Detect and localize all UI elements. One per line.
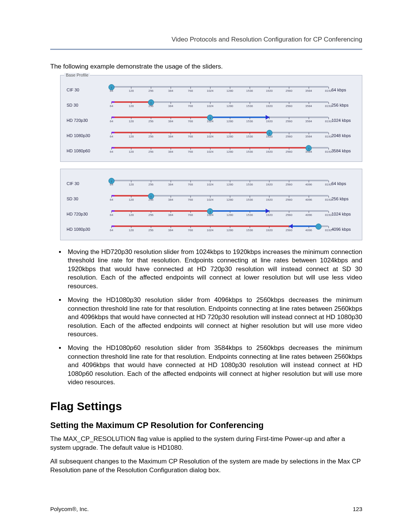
tick-label: 4096 <box>305 213 312 217</box>
tick-label: 1536 <box>246 183 253 186</box>
tick-label: 768 <box>188 120 193 123</box>
tick-label: 1280 <box>226 120 233 123</box>
tick-label: 1024 <box>207 89 213 93</box>
tick-label: 1280 <box>226 135 233 138</box>
slider-segment <box>112 225 115 227</box>
tick-label: 1536 <box>246 89 253 93</box>
resolution-label: SD 30 <box>67 197 112 201</box>
resolution-slider[interactable]: 6412825638476810241280153619202560358481… <box>112 114 328 126</box>
tick-label: 1536 <box>246 135 253 138</box>
document-page: Video Protocols and Resolution Configura… <box>0 0 411 532</box>
tick-label: 256 <box>148 183 153 186</box>
tick-label: 64 <box>110 104 113 108</box>
tick-label: 3584 <box>305 89 312 93</box>
resolution-slider[interactable]: 6412825638476810241280153619202560409681… <box>112 208 328 220</box>
tick-label: 1920 <box>266 213 273 217</box>
resolution-label: HD 720p30 <box>67 212 112 216</box>
slider-row: HD 1080p30641282563847681024128015361920… <box>67 223 358 235</box>
slider-value: 1024 kbps <box>328 118 358 123</box>
tick-label: 1024 <box>207 135 213 138</box>
tick-label: 1920 <box>266 150 273 153</box>
tick-label: 1280 <box>226 228 233 232</box>
header-rule <box>50 49 362 50</box>
subsection-heading: Setting the Maximum CP Resolution for Co… <box>50 420 362 430</box>
tick-label: 1536 <box>246 228 253 232</box>
slider-panel-secondary: CIF 306412825638476810241280153619202560… <box>60 169 362 240</box>
resolution-label: CIF 30 <box>67 88 112 92</box>
tick-label: 8192 <box>325 120 332 123</box>
tick-label: 384 <box>168 198 173 201</box>
tick-label: 8192 <box>325 198 332 201</box>
tick-label: 768 <box>188 104 193 108</box>
slider-segment <box>115 117 210 118</box>
tick-label: 768 <box>188 150 193 153</box>
tick-label: 2560 <box>285 104 292 108</box>
tick-label: 1024 <box>207 183 213 186</box>
tick-label: 4096 <box>305 198 312 201</box>
resolution-slider[interactable]: 6412825638476810241280153619202560358481… <box>112 129 328 142</box>
slider-segment <box>112 147 115 149</box>
tick-label: 2560 <box>285 183 292 186</box>
tick-label: 1280 <box>226 89 233 93</box>
explanation-item: Moving the HD1080p30 resolution slider f… <box>65 296 362 339</box>
slider-ticks: 6412825638476810241280153619202560409681… <box>112 228 328 235</box>
tick-label: 1920 <box>266 228 273 232</box>
tick-label: 128 <box>129 213 134 217</box>
tick-label: 64 <box>110 213 113 217</box>
tick-label: 128 <box>129 228 134 232</box>
tick-label: 64 <box>110 183 113 186</box>
tick-label: 768 <box>188 183 193 186</box>
tick-label: 1024 <box>207 228 213 232</box>
direction-arrow-icon <box>266 115 269 120</box>
tick-label: 128 <box>129 89 134 93</box>
tick-label: 64 <box>110 150 113 153</box>
slider-row: SD 3064128256384768102412801536192025604… <box>67 193 358 205</box>
slider-segment <box>210 210 269 212</box>
resolution-slider[interactable]: 6412825638476810241280153619202560358481… <box>112 84 328 96</box>
panel-legend: Base Profile <box>64 73 90 77</box>
tick-label: 384 <box>168 120 173 123</box>
tick-label: 4096 <box>305 228 312 232</box>
resolution-slider[interactable]: 6412825638476810241280153619202560409681… <box>112 193 328 205</box>
slider-track <box>112 86 328 88</box>
tick-label: 128 <box>129 198 134 201</box>
intro-text: The following example demonstrate the us… <box>50 63 362 70</box>
footer-page-number: 123 <box>353 506 362 512</box>
tick-label: 1024 <box>207 104 213 108</box>
slider-segment <box>115 132 269 133</box>
tick-label: 1536 <box>246 150 253 153</box>
resolution-label: CIF 30 <box>67 182 112 186</box>
slider-segment <box>112 117 115 118</box>
tick-label: 64 <box>110 228 113 232</box>
resolution-slider[interactable]: 6412825638476810241280153619202560358481… <box>112 99 328 111</box>
tick-label: 128 <box>129 120 134 123</box>
tick-label: 384 <box>168 89 173 93</box>
tick-label: 1024 <box>207 150 213 153</box>
slider-value: 256 kbps <box>328 197 358 201</box>
slider-segment <box>115 225 319 227</box>
page-footer: Polycom®, Inc. 123 <box>50 506 362 512</box>
tick-label: 1280 <box>226 150 233 153</box>
tick-label: 768 <box>188 135 193 138</box>
slider-segment <box>289 225 319 227</box>
tick-label: 2560 <box>285 150 292 153</box>
tick-label: 8192 <box>325 150 332 153</box>
tick-label: 1920 <box>266 120 273 123</box>
slider-ticks: 6412825638476810241280153619202560358481… <box>112 120 328 126</box>
tick-label: 128 <box>129 150 134 153</box>
slider-value: 2048 kbps <box>328 134 358 138</box>
slider-segment <box>115 147 309 149</box>
slider-row: HD 1080p60641282563847681024128015361920… <box>67 145 358 157</box>
slider-segment <box>112 132 115 133</box>
tick-label: 3584 <box>305 150 312 153</box>
resolution-slider[interactable]: 6412825638476810241280153619202560358481… <box>112 145 328 157</box>
tick-label: 2560 <box>285 213 292 217</box>
tick-label: 1536 <box>246 120 253 123</box>
tick-label: 2560 <box>285 198 292 201</box>
slider-value: 4096 kbps <box>328 227 358 232</box>
slider-segment <box>115 195 151 197</box>
resolution-slider[interactable]: 6412825638476810241280153619202560409681… <box>112 223 328 235</box>
slider-row: CIF 306412825638476810241280153619202560… <box>67 177 358 190</box>
resolution-slider[interactable]: 6412825638476810241280153619202560409681… <box>112 177 328 190</box>
tick-label: 384 <box>168 135 173 138</box>
